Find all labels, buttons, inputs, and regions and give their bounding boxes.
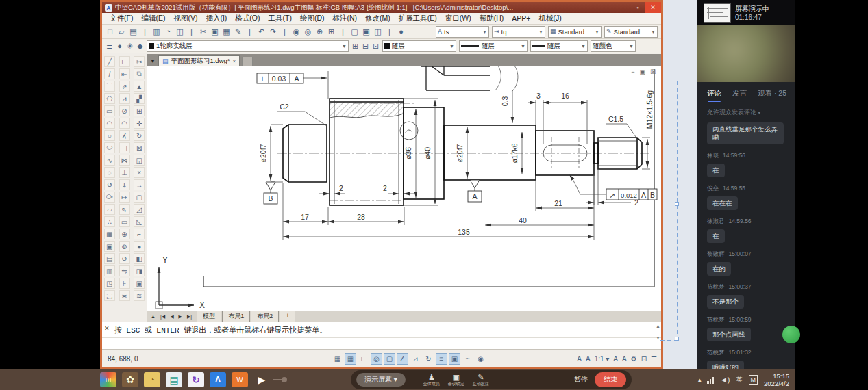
plotstyle-combo[interactable]: 随颜色 ▼ xyxy=(591,40,636,52)
mdi-window-control-icon[interactable]: ▣ xyxy=(639,68,645,75)
toolbar-icon[interactable]: ✎ xyxy=(232,26,244,38)
layer-tool-icon[interactable]: ≣ xyxy=(104,40,114,52)
tray-expand-icon[interactable]: ▴ xyxy=(698,376,702,383)
status-right-icon[interactable]: 1:1 ▾ xyxy=(595,355,610,363)
mdi-window-control-icon[interactable]: − xyxy=(631,68,634,75)
menu-item[interactable]: 格式(O) xyxy=(232,13,263,24)
status-toggle-icon[interactable]: ◎ xyxy=(371,353,382,365)
draw-tool-icon[interactable]: ▦ xyxy=(104,229,115,239)
draw-tool-icon[interactable]: ⧂ xyxy=(104,192,115,203)
taskbar-app-icon[interactable]: W xyxy=(232,372,248,387)
toolbar-icon[interactable]: | xyxy=(279,26,290,38)
modify-tool-icon[interactable]: ▲ xyxy=(134,81,145,92)
toolbar-icon[interactable]: ▣ xyxy=(209,26,221,38)
dimension-tool-icon[interactable]: ≍ xyxy=(119,290,130,301)
modify-tool-icon[interactable]: ▣ xyxy=(134,278,145,289)
modify-tool-icon[interactable]: ◿ xyxy=(134,204,145,215)
modify-tool-icon[interactable]: ◱ xyxy=(134,155,145,166)
minimize-button[interactable]: – xyxy=(617,2,631,13)
linetype-combo[interactable]: 随层 ▼ xyxy=(459,40,528,52)
style-combo[interactable]: ▦ Standard ▼ xyxy=(548,26,602,38)
modify-tool-icon[interactable]: ◺ xyxy=(134,216,145,227)
share-region-handle[interactable] xyxy=(675,337,679,341)
dimension-tool-icon[interactable]: ⊥ xyxy=(119,167,130,178)
draw-tool-icon[interactable]: ↺ xyxy=(104,179,115,190)
modify-tool-icon[interactable]: ▢ xyxy=(134,192,145,203)
toolbar-icon[interactable]: ◎ xyxy=(302,26,314,38)
lineweight-combo[interactable]: 随层 ▼ xyxy=(530,40,588,52)
modify-tool-icon[interactable]: ⌐ xyxy=(134,229,145,239)
draw-tool-icon[interactable]: ◳ xyxy=(104,278,115,289)
end-button[interactable]: 结束 xyxy=(595,372,626,387)
status-toggle-icon[interactable]: ◉ xyxy=(475,353,486,365)
status-toggle-icon[interactable]: ≡ xyxy=(436,353,447,365)
menu-item[interactable]: 窗口(W) xyxy=(442,13,475,24)
modify-tool-icon[interactable]: ◨ xyxy=(134,265,145,276)
modify-tool-icon[interactable]: → xyxy=(134,179,145,190)
modify-tool-icon[interactable]: ≋ xyxy=(134,290,145,301)
status-toggle-icon[interactable]: ▣ xyxy=(449,353,460,365)
dimension-tool-icon[interactable]: ⋈ xyxy=(119,155,130,166)
status-toggle-icon[interactable]: ⊿ xyxy=(410,353,421,365)
dimension-tool-icon[interactable]: ⊿ xyxy=(119,93,130,104)
layer-tool-icon[interactable]: ◆ xyxy=(135,40,145,52)
dimension-tool-icon[interactable]: ↺ xyxy=(119,253,130,264)
menu-item[interactable]: 标注(N) xyxy=(330,13,361,24)
draw-tool-icon[interactable]: ◌ xyxy=(104,167,115,178)
toolbar-icon[interactable]: ✂ xyxy=(197,26,209,38)
layer-tool-icon[interactable]: ✳ xyxy=(125,40,135,52)
status-right-icon[interactable]: ⚙ xyxy=(631,355,637,363)
dimension-tool-icon[interactable]: ⇗ xyxy=(119,81,130,92)
draw-tool-icon[interactable]: ▤ xyxy=(104,253,115,264)
taskbar-clock[interactable]: 15:15 2022/4/2 xyxy=(764,372,789,387)
draw-tool-icon[interactable]: ▥ xyxy=(104,265,115,276)
toolbar-icon[interactable]: ◉ xyxy=(290,26,302,38)
modify-tool-icon[interactable]: ✂ xyxy=(134,56,145,67)
draw-tool-icon[interactable]: ▱ xyxy=(104,204,115,215)
modify-tool-icon[interactable]: ◧ xyxy=(134,253,145,264)
layout-tab[interactable]: 布局2 xyxy=(251,311,279,322)
menu-item[interactable]: 编辑(E) xyxy=(138,13,169,24)
toolbar-icon[interactable]: | xyxy=(337,26,349,38)
color-combo[interactable]: 随层 ▼ xyxy=(382,40,456,52)
layer-combo[interactable]: 1轮廓实线层 ▼ xyxy=(147,40,349,52)
share-region-handle[interactable] xyxy=(675,202,679,206)
taskbar-app-icon[interactable]: ◔ xyxy=(144,372,160,387)
layout-nav-icon[interactable]: ▶ xyxy=(177,314,184,320)
meeting-tool-button[interactable]: ▣ 会议锁定 xyxy=(448,374,464,386)
status-toggle-icon[interactable]: ∠ xyxy=(397,353,408,365)
toolbar-icon[interactable]: ● xyxy=(395,26,407,38)
toolbar-icon[interactable]: ◫ xyxy=(174,26,186,38)
taskbar-app-icon[interactable]: ▶ xyxy=(253,372,270,387)
status-right-icon[interactable]: A xyxy=(622,355,627,363)
toolbar-icon[interactable]: ↷ xyxy=(267,26,279,38)
dimension-tool-icon[interactable]: ◠ xyxy=(119,118,130,129)
modify-tool-icon[interactable]: ✛ xyxy=(134,118,145,129)
mdi-window-control-icon[interactable]: ☒ xyxy=(650,68,656,75)
toolbar-icon[interactable]: □ xyxy=(104,26,116,38)
chat-tab[interactable]: 发言 xyxy=(732,89,747,99)
network-icon[interactable] xyxy=(707,376,714,384)
ime-mode-icon[interactable]: M xyxy=(749,375,758,385)
document-tab-stub[interactable] xyxy=(242,57,253,66)
layer-tool-icon[interactable]: ● xyxy=(114,40,125,52)
dimension-tool-icon[interactable]: ▭ xyxy=(119,216,130,227)
taskbar-app-icon[interactable]: ✿ xyxy=(122,372,138,387)
status-right-icon[interactable]: A xyxy=(586,355,591,363)
comment-permission-dropdown[interactable]: 允许观众发表评论 ▾ xyxy=(697,103,795,118)
layout-nav-icon[interactable]: ▶| xyxy=(186,314,193,320)
menu-item[interactable]: APP+ xyxy=(508,14,534,23)
ime-indicator[interactable]: 英 xyxy=(736,376,743,385)
status-right-icon[interactable]: A xyxy=(577,355,582,363)
toolbar-icon[interactable]: | xyxy=(244,26,256,38)
dimension-tool-icon[interactable]: ⇋ xyxy=(119,265,130,276)
menu-item[interactable]: 视图(V) xyxy=(170,13,201,24)
toolbar-icon[interactable]: ▤ xyxy=(127,26,139,38)
cad-titlebar[interactable]: A 中望CAD机械版2021试用版（功能有限）| 平面图形练习1.dwg主图幅 … xyxy=(102,2,661,13)
message-list[interactable]: 两直线垂足那个怎么弄嘞 林琰 14:59:56 在 倪垒 14 xyxy=(697,118,795,369)
modify-tool-icon[interactable]: ▞ xyxy=(134,93,145,104)
draw-tool-icon[interactable]: ╱ xyxy=(104,56,115,67)
toolbar-icon[interactable]: | xyxy=(139,26,151,38)
draw-tool-icon[interactable]: ⬭ xyxy=(104,142,115,153)
status-right-icon[interactable]: A xyxy=(613,355,618,363)
